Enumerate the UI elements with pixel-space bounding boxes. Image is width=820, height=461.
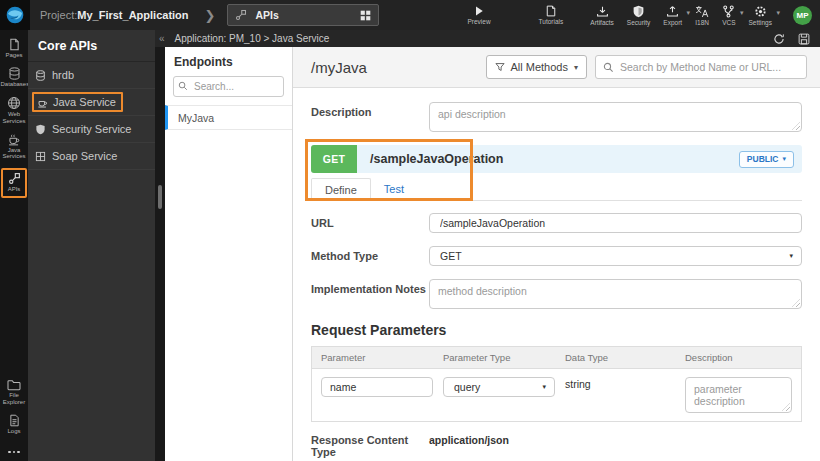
tutorials-button[interactable]: Tutorials [539,5,564,25]
caret-down-icon: ▾ [687,9,691,17]
visibility-dropdown[interactable]: PUBLIC ▾ [739,151,794,168]
operation-bar[interactable]: GET /sampleJavaOperation PUBLIC ▾ [311,145,802,173]
service-title: /myJava [311,59,367,76]
wavemaker-logo-icon [5,5,25,25]
chevron-right-icon: ❯ [205,8,216,23]
translate-icon [695,5,709,18]
database-icon [35,70,46,81]
caret-down-icon: ▾ [542,383,546,391]
core-apis-item-hrdb[interactable]: hrdb [28,62,155,89]
vcs-label: VCS [722,19,735,26]
search-icon [603,62,614,73]
service-detail: Description GET /sampleJavaOperation PUB… [293,88,820,461]
preview-button[interactable]: Preview [467,5,490,25]
col-description: Description [676,347,801,368]
export-label: Export [663,19,682,26]
i18n-button[interactable]: I18N [695,5,709,26]
logs-icon [8,414,21,427]
rail-item-apis[interactable]: APIs [1,168,27,198]
request-parameters-table: Parameter Parameter Type Data Type Descr… [311,346,802,422]
col-parameter-type: Parameter Type [434,347,556,368]
response-content-type-label: Response Content Type [311,434,429,458]
rail-item-logs[interactable]: Logs [0,414,28,435]
file-explorer-label: File Explorer [1,392,28,406]
app-logo[interactable] [0,0,30,30]
endpoints-search [173,76,284,97]
implementation-notes-textarea[interactable] [429,279,802,309]
logs-label: Logs [1,428,28,435]
more-options-icon[interactable] [8,451,20,454]
artifacts-label: Artifacts [590,19,613,26]
core-apis-item-security-service[interactable]: Security Service [28,116,155,143]
endpoints-panel: Endpoints MyJava [165,47,293,461]
parameter-data-type: string [556,369,676,421]
parameter-name-input[interactable] [321,377,433,397]
operation-section: GET /sampleJavaOperation PUBLIC ▾ Define… [311,145,802,201]
method-search-input[interactable] [620,61,799,73]
tab-test[interactable]: Test [371,178,417,200]
caret-down-icon: ▾ [789,252,793,260]
rail-item-java-services[interactable]: Java Services [0,133,28,161]
coffee-icon [7,133,21,146]
databases-label: Databases [1,81,28,88]
caret-down-icon: ▾ [740,9,744,17]
method-type-select[interactable]: GET ▾ [429,246,802,266]
url-label: URL [311,213,429,233]
endpoint-item-myjava[interactable]: MyJava [165,105,292,130]
download-icon [596,5,609,18]
settings-button[interactable]: ▾ Settings [749,5,773,26]
breadcrumb: Application: PM_10 > Java Service [175,33,330,44]
operation-tabs: Define Test [311,178,802,201]
application-breadcrumb-bar: « Application: PM_10 > Java Service [155,30,820,47]
col-parameter: Parameter [312,347,434,368]
main-panel: /myJava All Methods ▾ [293,47,820,461]
parameter-type-select[interactable]: query ▾ [443,377,555,397]
collapse-panel-icon[interactable]: « [159,33,165,44]
tutorials-label: Tutorials [539,18,564,25]
endpoints-title: Endpoints [165,47,292,76]
description-textarea[interactable] [429,102,802,132]
user-avatar[interactable]: MP [793,6,812,25]
refresh-icon[interactable] [773,33,785,45]
grid-icon[interactable] [360,10,371,21]
apis-tab-label: APIs [255,9,352,21]
top-bar: Project:My_First_Application ❯ APIs Prev… [0,0,820,30]
globe-icon [7,96,21,110]
apis-label: APIs [1,186,28,193]
soap-icon [35,151,46,162]
scrollbar-thumb[interactable] [158,185,162,209]
java-service-label: Java Service [53,96,116,108]
save-icon[interactable] [798,33,810,45]
rail-item-pages[interactable]: Pages [0,38,28,59]
security-button[interactable]: Security [627,5,650,26]
core-apis-panel: Core APIs hrdb Java Service Security Ser… [28,30,155,461]
web-services-label: Web Services [1,111,28,125]
rail-item-databases[interactable]: Databases [0,67,28,88]
hrdb-label: hrdb [52,69,74,81]
vcs-button[interactable]: ▾ VCS [722,5,735,26]
visibility-label: PUBLIC [747,154,779,164]
shield-icon [35,124,46,135]
col-data-type: Data Type [556,347,676,368]
http-method-badge: GET [311,145,357,173]
rail-item-file-explorer[interactable]: File Explorer [0,379,28,406]
parameter-description-textarea[interactable] [685,377,792,413]
response-content-type-value: application/json [429,434,509,458]
apis-workspace-tab[interactable]: APIs [227,4,379,26]
preview-label: Preview [467,18,490,25]
project-title: Project:My_First_Application [40,9,189,21]
gear-icon [754,5,767,18]
coffee-icon [37,97,48,108]
artifacts-button[interactable]: Artifacts [590,5,613,26]
export-button[interactable]: ▾ Export [663,5,682,26]
method-search [595,55,807,79]
rail-item-web-services[interactable]: Web Services [0,96,28,125]
tab-define[interactable]: Define [311,178,371,201]
pages-label: Pages [1,52,28,59]
endpoints-search-input[interactable] [173,76,284,97]
url-input[interactable] [429,213,802,233]
java-services-label: Java Services [1,147,28,161]
core-apis-item-soap-service[interactable]: Soap Service [28,143,155,170]
methods-filter-dropdown[interactable]: All Methods ▾ [486,55,588,79]
core-apis-item-java-service[interactable]: Java Service [28,89,155,116]
